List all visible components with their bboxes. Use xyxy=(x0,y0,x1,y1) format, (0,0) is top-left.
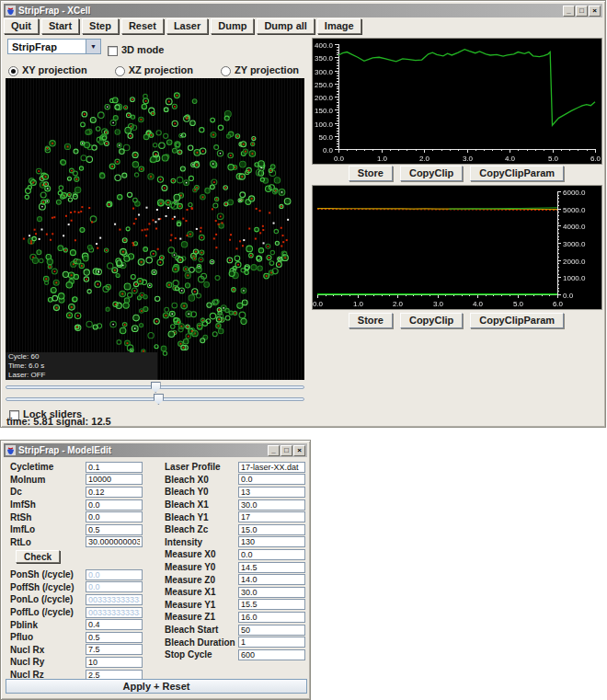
model-select[interactable]: StripFrap ▼ xyxy=(7,39,101,54)
field-row: Pfluo xyxy=(10,631,143,644)
modeledit-left-fields-2: PonSh (/cycle)PoffSh (/cycle)PonLo (/cyc… xyxy=(10,568,143,681)
minimize-icon[interactable]: _ xyxy=(268,445,280,456)
field-input-measure-y1[interactable] xyxy=(238,599,305,610)
slider-thumb[interactable] xyxy=(154,394,164,405)
toolbar-button-dump-all[interactable]: Dump all xyxy=(257,18,314,34)
field-input-imflo[interactable] xyxy=(86,524,143,535)
field-label: Intensity xyxy=(165,537,238,547)
field-input-bleach-y0[interactable] xyxy=(238,487,305,498)
field-row: Measure Y0 xyxy=(165,561,305,574)
field-input-ponsh-cycle- xyxy=(86,569,143,580)
field-input-imfsh[interactable] xyxy=(86,499,143,511)
radio-label: XY projection xyxy=(22,64,87,75)
field-input-molnum[interactable] xyxy=(86,474,143,485)
signal-chart xyxy=(312,38,602,165)
close-icon[interactable]: × xyxy=(589,6,601,17)
maximize-icon[interactable]: □ xyxy=(576,6,588,17)
toolbar-button-step[interactable]: Step xyxy=(82,18,119,34)
toolbar: QuitStartStepResetLaserDumpDump allImage xyxy=(4,18,361,34)
maximize-icon[interactable]: □ xyxy=(281,445,292,456)
chevron-down-icon[interactable]: ▼ xyxy=(86,40,100,53)
field-row: Nucl Rx xyxy=(10,644,143,657)
field-input-bleach-start[interactable] xyxy=(238,625,305,636)
field-input-nucl-ry[interactable] xyxy=(86,657,143,668)
field-label: Stop Cycle xyxy=(165,649,238,660)
modeledit-window-title: StripFrap - ModelEdit xyxy=(18,445,111,455)
field-input-stop-cycle[interactable] xyxy=(238,649,305,660)
field-input-dc[interactable] xyxy=(86,487,143,498)
modeledit-titlebar[interactable]: StripFrap - ModelEdit _ □ × xyxy=(4,443,307,457)
field-input-pfluo[interactable] xyxy=(86,632,143,643)
field-row: Dc xyxy=(10,486,143,499)
cell-simulation-view xyxy=(6,78,304,380)
z-slider-2[interactable] xyxy=(6,394,304,406)
mode-3d-label: 3D mode xyxy=(121,44,164,55)
close-icon[interactable]: × xyxy=(293,445,305,456)
toolbar-button-quit[interactable]: Quit xyxy=(4,18,39,34)
field-label: Laser Profile xyxy=(165,462,238,472)
field-label: PoffSh (/cycle) xyxy=(10,582,86,592)
field-input-bleach-x1[interactable] xyxy=(238,499,305,511)
simulation-overlay: Cycle: 60 Time: 6.0 s Laser: OFF xyxy=(6,352,157,380)
store-button[interactable]: Store xyxy=(349,313,393,328)
field-row: Bleach Start xyxy=(165,624,305,637)
field-input-rtlo[interactable] xyxy=(86,536,143,547)
field-input-cycletime[interactable] xyxy=(86,462,143,473)
field-input-measure-z0[interactable] xyxy=(238,574,305,585)
field-input-bleach-zc[interactable] xyxy=(238,524,305,535)
field-label: Measure Z1 xyxy=(165,612,238,622)
copyclipparam-button[interactable]: CopyClipParam xyxy=(470,166,564,181)
field-input-intensity[interactable] xyxy=(238,536,305,547)
field-label: Bleach Zc xyxy=(165,524,238,534)
copyclip-button[interactable]: CopyClip xyxy=(400,166,463,181)
toolbar-button-start[interactable]: Start xyxy=(41,18,79,34)
field-input-bleach-duration[interactable] xyxy=(238,637,305,648)
field-input-measure-y0[interactable] xyxy=(238,562,305,573)
field-row: PonLo (/cycle) xyxy=(10,593,143,606)
field-input-measure-x0[interactable] xyxy=(238,549,305,560)
toolbar-button-laser[interactable]: Laser xyxy=(166,18,208,34)
toolbar-button-reset[interactable]: Reset xyxy=(121,18,164,34)
field-row: ImfSh xyxy=(10,499,143,511)
apply-reset-button[interactable]: Apply + Reset xyxy=(6,679,307,694)
main-titlebar[interactable]: StripFrap - XCell _ □ × xyxy=(4,4,602,17)
radio-zy-projection[interactable] xyxy=(221,66,231,76)
field-label: Nucl Ry xyxy=(10,657,86,667)
check-button[interactable]: Check xyxy=(16,550,60,563)
toolbar-button-dump[interactable]: Dump xyxy=(211,18,254,34)
minimize-icon[interactable]: _ xyxy=(563,6,575,17)
field-label: Bleach Start xyxy=(165,625,238,635)
field-row: Nucl Ry xyxy=(10,656,143,669)
field-label: Measure Y1 xyxy=(165,600,238,610)
field-label: ImfLo xyxy=(10,524,86,534)
field-input-measure-z1[interactable] xyxy=(238,612,305,623)
field-label: PoffLo (/cycle) xyxy=(10,607,86,617)
field-row: PoffSh (/cycle) xyxy=(10,581,143,594)
slider-thumb[interactable] xyxy=(151,382,161,393)
field-row: Bleach Zc xyxy=(165,523,305,536)
field-row: Bleach Duration xyxy=(165,636,305,648)
toolbar-button-image[interactable]: Image xyxy=(317,18,361,34)
field-row: PonSh (/cycle) xyxy=(10,568,143,581)
field-input-rtsh[interactable] xyxy=(86,511,143,522)
field-input-measure-x1[interactable] xyxy=(238,587,305,598)
copyclipparam-button[interactable]: CopyClipParam xyxy=(470,313,564,328)
store-button[interactable]: Store xyxy=(349,166,393,181)
field-label: Cycletime xyxy=(10,462,86,472)
copyclip-button[interactable]: CopyClip xyxy=(400,313,463,328)
field-row: Bleach Y1 xyxy=(165,511,305,523)
radio-xy-projection[interactable] xyxy=(8,66,18,76)
field-row: Measure Z0 xyxy=(165,573,305,586)
field-label: Measure Z0 xyxy=(165,575,238,585)
radio-xz-projection[interactable] xyxy=(115,66,125,76)
field-row: Bleach Y0 xyxy=(165,486,305,499)
field-input-bleach-y1[interactable] xyxy=(238,511,305,522)
field-row: Measure X1 xyxy=(165,586,305,599)
mode-3d-checkbox[interactable] xyxy=(108,46,118,56)
field-input-nucl-rx[interactable] xyxy=(86,644,143,655)
z-slider-1[interactable] xyxy=(6,382,304,394)
field-input-bleach-x0[interactable] xyxy=(238,474,305,485)
field-input-laser-profile[interactable] xyxy=(238,462,305,473)
field-row: Pblink xyxy=(10,618,143,631)
field-input-pblink[interactable] xyxy=(86,619,143,630)
